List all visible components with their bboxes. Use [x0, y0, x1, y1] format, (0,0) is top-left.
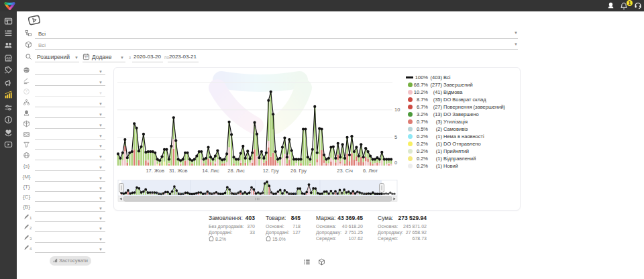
svg-text:31. Жов: 31. Жов	[172, 191, 185, 195]
svg-text:23. Січ: 23. Січ	[332, 191, 343, 195]
svg-text:12. Гру: 12. Гру	[263, 168, 279, 174]
svg-text:17. Жов: 17. Жов	[146, 168, 164, 174]
svg-text:14. Лис: 14. Лис	[202, 168, 219, 174]
svg-text:28. Лис: 28. Лис	[228, 191, 239, 195]
svg-text:28. Лис: 28. Лис	[227, 168, 245, 174]
svg-text:14. Лис: 14. Лис	[204, 191, 215, 195]
svg-text:31. Жов: 31. Жов	[169, 168, 188, 174]
svg-text:26. Гру: 26. Гру	[288, 191, 299, 195]
svg-text:6. Лют: 6. Лют	[363, 168, 378, 174]
svg-text:12. Гру: 12. Гру	[262, 191, 272, 195]
svg-text:26. Гру: 26. Гру	[290, 168, 307, 174]
svg-text:5: 5	[394, 134, 397, 140]
svg-text:17. Жов: 17. Жов	[150, 191, 163, 195]
svg-text:0: 0	[394, 160, 397, 166]
svg-text:23. Січ: 23. Січ	[337, 168, 353, 174]
svg-text:10: 10	[394, 107, 400, 113]
svg-text:6. Лют: 6. Лют	[357, 191, 367, 195]
